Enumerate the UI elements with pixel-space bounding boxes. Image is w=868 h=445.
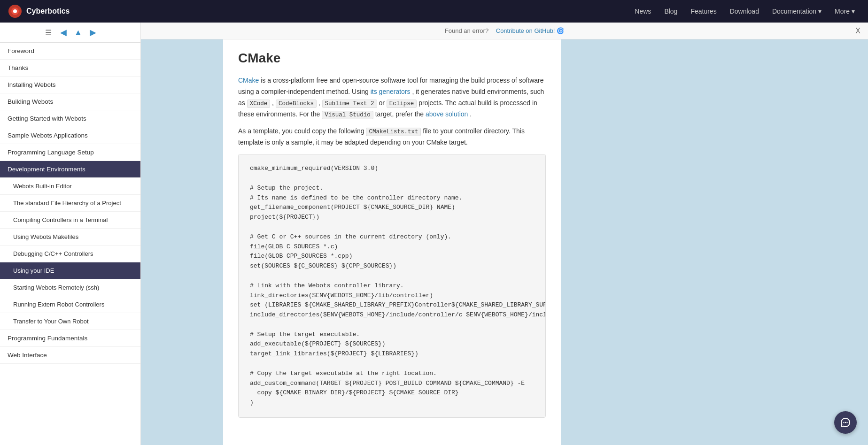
right-blue-sidebar: [561, 39, 868, 445]
close-banner-button[interactable]: X: [855, 27, 860, 35]
error-text: Found an error?: [445, 27, 488, 34]
logo[interactable]: Cyberbotics: [8, 4, 70, 19]
logo-text: Cyberbotics: [26, 7, 70, 15]
github-link[interactable]: Contribute on GitHub! 🌀: [496, 27, 564, 34]
chat-bubble[interactable]: [834, 411, 857, 434]
sidebar-item-list: Foreword Thanks Installing Webots Buildi…: [0, 43, 140, 364]
codeblocks-code: CodeBlocks: [276, 100, 317, 108]
svg-point-5: [846, 422, 847, 423]
nav-features[interactable]: Features: [685, 5, 722, 18]
hamburger-icon[interactable]: ☰: [42, 27, 54, 38]
chevron-down-icon: ▾: [852, 8, 855, 15]
sidebar-item-compiling-controllers[interactable]: Compiling Controllers in a Terminal: [0, 212, 140, 229]
article-intro: CMake is a cross-platform free and open-…: [238, 75, 546, 120]
logo-icon: [8, 4, 23, 19]
code-block: cmake_minimum_required(VERSION 3.0) # Se…: [238, 154, 546, 418]
sidebar-item-builtin-editor[interactable]: Webots Built-in Editor: [0, 178, 140, 195]
sidebar-item-file-hierarchy[interactable]: The standard File Hierarchy of a Project: [0, 195, 140, 212]
sidebar-item-makefiles[interactable]: Using Webots Makefiles: [0, 229, 140, 246]
cmake-link[interactable]: CMake: [238, 77, 259, 84]
sidebar-item-extern-controllers[interactable]: Running Extern Robot Controllers: [0, 296, 140, 313]
xcode-code: XCode: [247, 100, 271, 108]
nav-documentation[interactable]: Documentation ▾: [767, 5, 827, 18]
nav-news[interactable]: News: [629, 5, 657, 18]
chat-icon: [840, 417, 851, 428]
sidebar-item-transfer[interactable]: Transfer to Your Own Robot: [0, 313, 140, 330]
cmakefile-code: CMakeLists.txt: [366, 128, 421, 136]
sidebar-item-thanks[interactable]: Thanks: [0, 60, 140, 77]
sidebar-item-sample-apps[interactable]: Sample Webots Applications: [0, 127, 140, 144]
visualstudio-code: Visual Studio: [322, 111, 373, 119]
article-paragraph2: As a template, you could copy the follow…: [238, 126, 546, 148]
chevron-down-icon: ▾: [818, 8, 822, 15]
sidebar-item-building-webots[interactable]: Building Webots: [0, 93, 140, 110]
nav-forward-button[interactable]: ▶: [88, 26, 98, 38]
left-blue-sidebar: [141, 39, 223, 445]
sidebar-item-starting-remotely[interactable]: Starting Webots Remotely (ssh): [0, 279, 140, 296]
sidebar-controls: ☰ ◀ ▲ ▶: [0, 23, 140, 43]
sidebar-item-foreword[interactable]: Foreword: [0, 43, 140, 60]
sidebar: ☰ ◀ ▲ ▶ Foreword Thanks Installing Webot…: [0, 23, 141, 445]
svg-point-3: [843, 422, 844, 423]
main-content: CMake CMake is a cross-platform free and…: [141, 39, 868, 445]
error-banner: Found an error? Contribute on GitHub! 🌀 …: [141, 23, 868, 39]
nav-download[interactable]: Download: [724, 5, 765, 18]
main-layout: ☰ ◀ ▲ ▶ Foreword Thanks Installing Webot…: [0, 23, 868, 445]
sidebar-item-using-ide[interactable]: Using your IDE: [0, 262, 140, 279]
nav-up-button[interactable]: ▲: [72, 27, 85, 38]
article-body: CMake CMake is a cross-platform free and…: [223, 39, 561, 445]
topnav: Cyberbotics News Blog Features Download …: [0, 0, 868, 23]
sublimetext-code: Sublime Text 2: [322, 100, 377, 108]
eclipse-code: Eclipse: [387, 100, 417, 108]
generators-link[interactable]: its generators: [371, 88, 411, 95]
topnav-links: News Blog Features Download Documentatio…: [629, 5, 860, 18]
svg-point-4: [845, 422, 846, 423]
article-title: CMake: [238, 51, 546, 66]
nav-more[interactable]: More ▾: [829, 5, 860, 18]
sidebar-item-dev-environments[interactable]: Development Environments: [0, 161, 140, 178]
sidebar-item-installing-webots[interactable]: Installing Webots: [0, 77, 140, 93]
sidebar-item-getting-started[interactable]: Getting Started with Webots: [0, 110, 140, 127]
sidebar-item-programming-setup[interactable]: Programming Language Setup: [0, 144, 140, 161]
sidebar-item-debugging[interactable]: Debugging C/C++ Controllers: [0, 246, 140, 262]
svg-point-2: [13, 9, 17, 13]
nav-back-button[interactable]: ◀: [58, 26, 69, 38]
sidebar-item-web-interface[interactable]: Web Interface: [0, 347, 140, 364]
nav-blog[interactable]: Blog: [659, 5, 683, 18]
content-wrapper: Found an error? Contribute on GitHub! 🌀 …: [141, 23, 868, 445]
above-solution-link[interactable]: above solution: [426, 110, 468, 118]
sidebar-item-programming-fundamentals[interactable]: Programming Fundamentals: [0, 330, 140, 347]
